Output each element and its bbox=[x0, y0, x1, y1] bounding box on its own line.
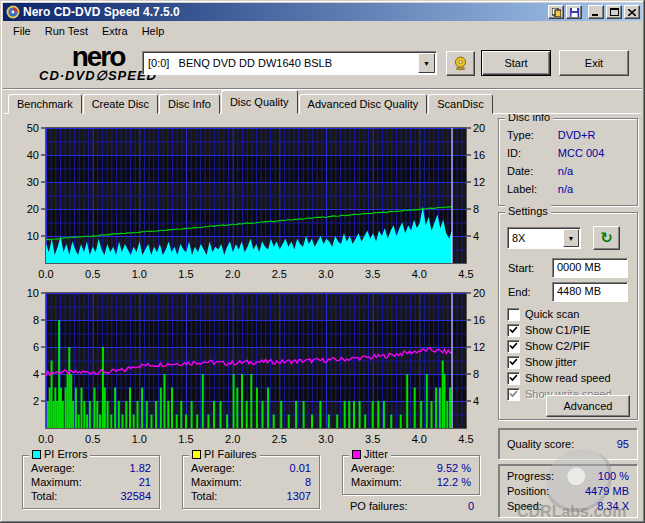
start-field[interactable]: 0000 MB bbox=[552, 258, 628, 278]
position-value: 4479 MB bbox=[585, 485, 629, 499]
checkbox-show-c1-pie[interactable]: Show C1/PIE bbox=[507, 323, 590, 337]
app-icon bbox=[6, 5, 20, 19]
svg-text:20: 20 bbox=[27, 203, 39, 215]
end-field[interactable]: 4480 MB bbox=[552, 282, 628, 302]
checkbox-show-c2-pif[interactable]: Show C2/PIF bbox=[507, 339, 590, 353]
drive-select-value: [0:0] BENQ DVD DD DW1640 BSLB bbox=[143, 57, 418, 69]
svg-text:2.0: 2.0 bbox=[225, 433, 240, 445]
checkbox-box[interactable] bbox=[507, 308, 520, 321]
save-button[interactable] bbox=[566, 5, 582, 19]
minimize-button[interactable] bbox=[588, 5, 604, 19]
svg-text:8: 8 bbox=[473, 203, 479, 215]
disc-id-label: ID: bbox=[507, 147, 558, 161]
advanced-button-label: Advanced bbox=[564, 400, 613, 412]
menu-extra[interactable]: Extra bbox=[95, 23, 135, 39]
cdrlabs-watermark: CDRLabs.com bbox=[517, 503, 626, 521]
eject-disc-button[interactable] bbox=[446, 51, 475, 76]
checkbox-box[interactable] bbox=[507, 324, 520, 337]
checkbox-box[interactable] bbox=[507, 340, 520, 353]
svg-text:4.5: 4.5 bbox=[458, 268, 473, 280]
pi-failures-title: PI Failures bbox=[204, 448, 257, 460]
progress-value: 100 % bbox=[598, 470, 629, 484]
disc-date-label: Date: bbox=[507, 165, 558, 179]
checkbox-box[interactable] bbox=[507, 372, 520, 385]
report-button[interactable] bbox=[548, 5, 564, 19]
pi-errors-title: PI Errors bbox=[44, 448, 87, 460]
stat-label: Total: bbox=[31, 490, 120, 504]
tab-scandisc[interactable]: ScanDisc bbox=[428, 94, 492, 114]
svg-text:12: 12 bbox=[473, 341, 485, 353]
po-failures-value: 0 bbox=[468, 500, 474, 514]
start-button[interactable]: Start bbox=[481, 50, 551, 76]
svg-text:16: 16 bbox=[473, 149, 485, 161]
tab-disc-quality[interactable]: Disc Quality bbox=[221, 90, 298, 114]
svg-text:2.5: 2.5 bbox=[272, 268, 287, 280]
tab-bar: Benchmark Create Disc Disc Info Disc Qua… bbox=[8, 92, 494, 114]
stat-value: 1307 bbox=[287, 490, 311, 504]
checkbox-show-jitter[interactable]: Show jitter bbox=[507, 355, 576, 369]
chevron-down-icon: ▼ bbox=[423, 60, 430, 67]
checkbox-quick-scan[interactable]: Quick scan bbox=[507, 307, 579, 321]
refresh-button[interactable]: ↻ bbox=[593, 226, 620, 250]
tab-advanced-disc-quality[interactable]: Advanced Disc Quality bbox=[299, 94, 428, 114]
drive-select-dropdown-button[interactable]: ▼ bbox=[418, 53, 435, 73]
disc-label-value: n/a bbox=[558, 183, 629, 197]
checkbox-show-read-speed[interactable]: Show read speed bbox=[507, 371, 611, 385]
disc-label-label: Label: bbox=[507, 183, 558, 197]
menubar: File Run Test Extra Help bbox=[3, 21, 642, 41]
svg-text:1.5: 1.5 bbox=[178, 268, 193, 280]
checkbox-label: Show C2/PIF bbox=[525, 340, 590, 352]
svg-text:6: 6 bbox=[33, 341, 39, 353]
close-button[interactable] bbox=[624, 5, 640, 19]
svg-text:1.0: 1.0 bbox=[132, 268, 147, 280]
stat-value: 32584 bbox=[120, 490, 151, 504]
pi-failures-stats-group: PI Failures Average:0.01 Maximum:8 Total… bbox=[182, 455, 320, 509]
stat-value: 8 bbox=[305, 476, 311, 490]
menu-file[interactable]: File bbox=[6, 23, 38, 39]
svg-text:0.0: 0.0 bbox=[38, 433, 53, 445]
svg-text:30: 30 bbox=[27, 176, 39, 188]
svg-text:0.5: 0.5 bbox=[85, 268, 100, 280]
svg-text:20: 20 bbox=[473, 122, 485, 134]
speed-select[interactable]: 8X ▼ bbox=[507, 227, 581, 249]
stat-label: Average: bbox=[191, 462, 290, 476]
menu-help[interactable]: Help bbox=[135, 23, 172, 39]
checkbox-box[interactable] bbox=[507, 356, 520, 369]
speed-select-value: 8X bbox=[508, 232, 563, 244]
advanced-button[interactable]: Advanced bbox=[546, 395, 630, 417]
quality-score-value: 95 bbox=[617, 438, 629, 452]
speed-select-dropdown-button[interactable]: ▼ bbox=[563, 229, 579, 247]
jitter-stats-group: Jitter Average:9.52 % Maximum:12.2 % bbox=[342, 455, 480, 495]
exit-button[interactable]: Exit bbox=[559, 50, 629, 76]
svg-text:2.5: 2.5 bbox=[272, 433, 287, 445]
start-field-value: 0000 MB bbox=[557, 261, 601, 273]
svg-text:4.0: 4.0 bbox=[412, 433, 427, 445]
svg-text:0.0: 0.0 bbox=[38, 268, 53, 280]
disc-eject-icon bbox=[453, 56, 468, 71]
svg-text:2: 2 bbox=[33, 395, 39, 407]
drive-select[interactable]: [0:0] BENQ DVD DD DW1640 BSLB ▼ bbox=[142, 51, 437, 75]
svg-text:50: 50 bbox=[27, 122, 39, 134]
svg-text:3.0: 3.0 bbox=[318, 268, 333, 280]
checkbox-box bbox=[507, 388, 520, 401]
position-label: Position: bbox=[507, 485, 585, 499]
tab-disc-info[interactable]: Disc Info bbox=[159, 94, 220, 114]
maximize-button[interactable] bbox=[606, 5, 622, 19]
svg-text:20: 20 bbox=[473, 287, 485, 299]
end-field-label: End: bbox=[508, 286, 531, 300]
tab-create-disc[interactable]: Create Disc bbox=[83, 94, 158, 114]
exit-button-label: Exit bbox=[585, 57, 603, 69]
pi-errors-stats-group: PI Errors Average:1.82 Maximum:21 Total:… bbox=[22, 455, 160, 509]
stat-label: Total: bbox=[191, 490, 287, 504]
menu-run-test[interactable]: Run Test bbox=[38, 23, 95, 39]
stat-label: Maximum: bbox=[31, 476, 139, 490]
svg-text:4.0: 4.0 bbox=[412, 268, 427, 280]
tab-benchmark[interactable]: Benchmark bbox=[8, 94, 82, 114]
stat-value: 0.01 bbox=[290, 462, 311, 476]
progress-label: Progress: bbox=[507, 470, 598, 484]
settings-group: Settings 8X ▼ ↻ Start: 0000 MB End: 4480… bbox=[498, 212, 638, 420]
stat-label: Average: bbox=[31, 462, 130, 476]
maximize-icon bbox=[610, 8, 619, 16]
checkbox-label: Show C1/PIE bbox=[525, 324, 590, 336]
jitter-swatch bbox=[352, 450, 361, 459]
